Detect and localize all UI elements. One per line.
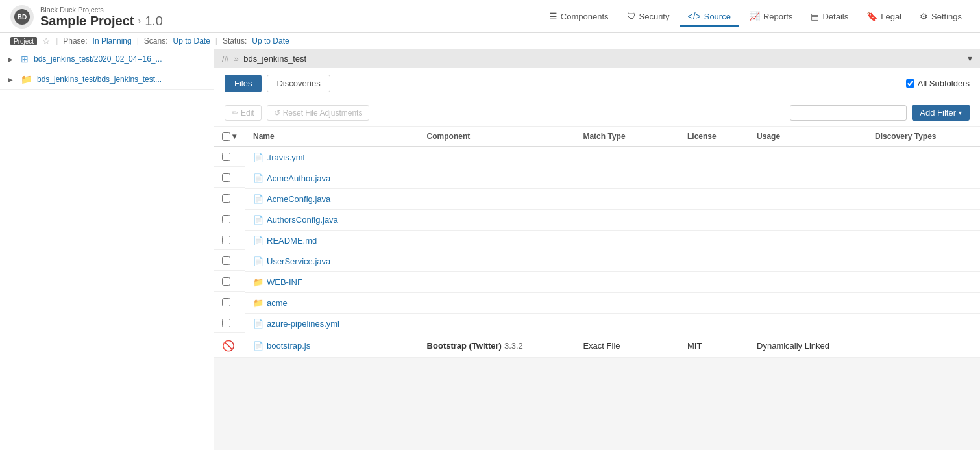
phase-value[interactable]: In Planning	[93, 36, 132, 45]
file-icon: 📄	[253, 236, 263, 245]
source-icon: </>	[687, 11, 700, 21]
app-logo: BD	[10, 5, 34, 29]
tab-legal-label: Legal	[881, 12, 901, 21]
row-component-cell	[419, 168, 576, 189]
table-row: 📄azure-pipelines.yml	[214, 314, 980, 334]
breadcrumb-folder: bds_jenkins_test	[243, 54, 306, 64]
settings-icon: ⚙	[920, 11, 928, 21]
file-link[interactable]: 📄.travis.yml	[253, 153, 411, 162]
row-check-cell	[214, 314, 245, 333]
row-name-cell: 📄bootstrap.js	[245, 334, 419, 358]
tab-security[interactable]: 🛡 Security	[619, 7, 678, 27]
breadcrumb-bar: /# » bds_jenkins_test ▾	[214, 49, 980, 68]
status-label: Status:	[223, 36, 247, 45]
sidebar-item-1[interactable]: ▶ ⊞ bds_jenkins_test/2020_02_04--16_...	[0, 49, 214, 69]
select-all-checkbox[interactable]	[222, 132, 230, 141]
row-component-cell	[419, 210, 576, 231]
breadcrumb-dropdown-icon[interactable]: ▾	[968, 53, 972, 64]
table-row: 🚫📄bootstrap.jsBootstrap (Twitter)3.3.2Ex…	[214, 334, 980, 358]
row-checkbox[interactable]	[222, 319, 230, 327]
action-bar: ✏ Edit ↺ Reset File Adjustments Add Filt…	[214, 99, 980, 127]
file-link[interactable]: 📄AcmeConfig.java	[253, 194, 411, 204]
file-link[interactable]: 📁WEB-INF	[253, 277, 411, 287]
row-license-cell	[680, 314, 749, 334]
action-left: ✏ Edit ↺ Reset File Adjustments	[225, 105, 369, 121]
sidebar-item-2[interactable]: ▶ 📁 bds_jenkins_test/bds_jenkins_test...	[0, 69, 214, 90]
scans-value[interactable]: Up to Date	[173, 36, 210, 45]
status-value[interactable]: Up to Date	[252, 36, 289, 45]
row-license-cell	[680, 210, 749, 231]
project-title: Sample Project › 1.0	[40, 14, 163, 29]
row-license-cell	[680, 189, 749, 210]
row-usage-cell: Dynamically Linked	[749, 334, 867, 358]
file-link[interactable]: 📄README.md	[253, 236, 411, 245]
row-component-cell	[419, 231, 576, 251]
row-checkbox[interactable]	[222, 277, 230, 286]
tab-components[interactable]: ☰ Components	[541, 7, 617, 27]
row-match-type-cell	[575, 293, 680, 314]
row-checkbox[interactable]	[222, 236, 230, 244]
row-component-cell	[419, 251, 576, 272]
tab-details[interactable]: ▤ Details	[803, 7, 856, 27]
scan-icon: ⊞	[21, 54, 29, 64]
row-name-cell: 📁WEB-INF	[245, 272, 419, 293]
content-area: /# » bds_jenkins_test ▾ Files Discoverie…	[214, 49, 980, 450]
table-row: 📄.travis.yml	[214, 147, 980, 168]
row-match-type-cell: Exact File	[575, 334, 680, 358]
filter-input[interactable]	[790, 105, 907, 121]
row-usage-cell	[749, 210, 867, 231]
col-header-name: Name	[245, 127, 419, 147]
tab-settings[interactable]: ⚙ Settings	[912, 7, 970, 27]
file-link[interactable]: 📁acme	[253, 298, 411, 308]
row-license-cell	[680, 251, 749, 272]
reset-button[interactable]: ↺ Reset File Adjustments	[267, 105, 370, 121]
row-match-type-cell	[575, 168, 680, 189]
row-match-type-cell	[575, 314, 680, 334]
row-discovery-types-cell	[867, 272, 980, 293]
file-icon: 📄	[253, 215, 263, 225]
all-subfolders-checkbox[interactable]	[906, 79, 914, 88]
expand-arrow-icon: ▶	[8, 56, 16, 63]
row-checkbox[interactable]	[222, 215, 230, 223]
row-checkbox[interactable]	[222, 173, 230, 182]
row-checkbox[interactable]	[222, 153, 230, 161]
component-version: 3.3.2	[504, 341, 523, 351]
file-icon: 📄	[253, 173, 263, 183]
files-tab-button[interactable]: Files	[225, 75, 262, 92]
tab-source[interactable]: </> Source	[680, 7, 738, 27]
row-usage-cell	[749, 314, 867, 334]
row-name-cell: 📁acme	[245, 293, 419, 314]
project-name: Sample Project	[40, 14, 134, 29]
row-match-type-cell	[575, 251, 680, 272]
file-link[interactable]: 📄AuthorsConfig.java	[253, 215, 411, 225]
star-icon[interactable]: ☆	[42, 36, 51, 46]
row-discovery-types-cell	[867, 293, 980, 314]
row-check-cell	[214, 293, 245, 312]
file-link[interactable]: 📄AcmeAuthor.java	[253, 173, 411, 183]
edit-button[interactable]: ✏ Edit	[225, 105, 262, 121]
col-header-discovery-types: Discovery Types	[867, 127, 980, 147]
row-checkbox[interactable]	[222, 298, 230, 306]
tab-reports[interactable]: 📈 Reports	[741, 7, 801, 27]
table-row: 📁acme	[214, 293, 980, 314]
row-component-cell	[419, 314, 576, 334]
legal-icon: 🔖	[866, 11, 877, 21]
tab-legal[interactable]: 🔖 Legal	[859, 7, 909, 27]
chevron-right-icon: ›	[138, 16, 141, 26]
all-subfolders-checkbox-label[interactable]: All Subfolders	[906, 79, 970, 88]
project-badge: Project	[10, 37, 37, 45]
file-link[interactable]: 📄UserService.java	[253, 256, 411, 266]
row-component-cell: Bootstrap (Twitter)3.3.2	[419, 334, 576, 358]
row-checkbox[interactable]	[222, 256, 230, 265]
row-license-cell	[680, 293, 749, 314]
folder-icon: 📁	[253, 277, 263, 287]
table-row: 📄UserService.java	[214, 251, 980, 272]
file-link[interactable]: 📄bootstrap.js	[253, 341, 411, 351]
phase-label: Phase:	[63, 36, 87, 45]
row-usage-cell	[749, 251, 867, 272]
row-checkbox[interactable]	[222, 194, 230, 203]
discoveries-tab-button[interactable]: Discoveries	[267, 75, 330, 92]
file-link[interactable]: 📄azure-pipelines.yml	[253, 319, 411, 329]
add-filter-button[interactable]: Add Filter ▾	[912, 105, 970, 121]
dropdown-arrow-icon[interactable]: ▾	[232, 132, 236, 141]
